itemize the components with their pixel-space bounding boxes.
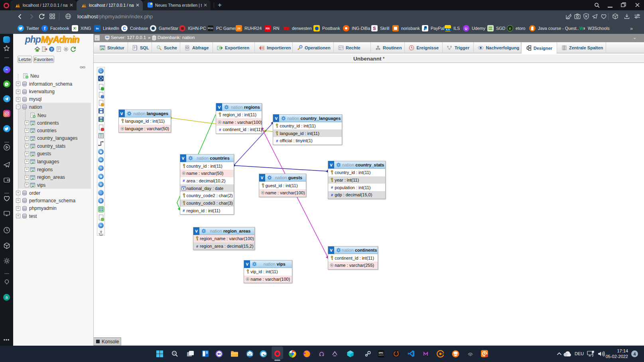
svg-text:?: ? bbox=[51, 47, 53, 51]
svg-text:EPIC: EPIC bbox=[378, 351, 383, 354]
svg-text:GAMES: GAMES bbox=[378, 354, 384, 356]
